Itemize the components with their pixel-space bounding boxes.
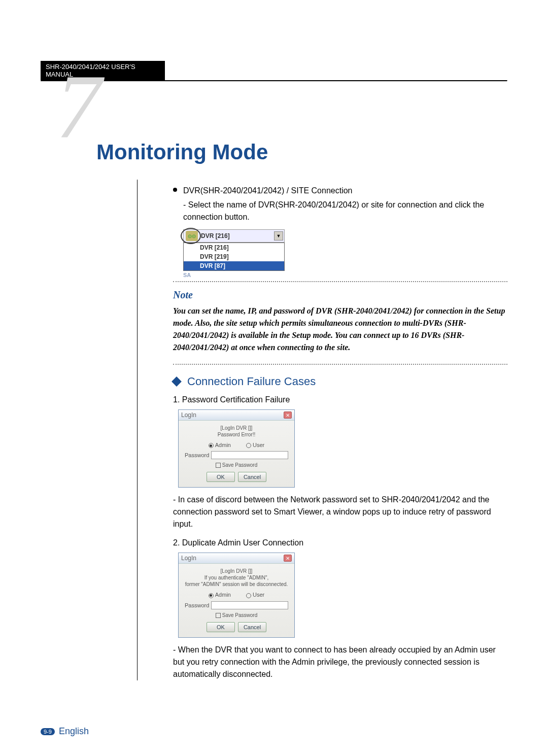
cancel-button[interactable]: Cancel xyxy=(238,472,266,482)
dialog-titlebar: LogIn ✕ xyxy=(179,553,294,564)
save-password-row[interactable]: Save Password xyxy=(185,462,288,468)
page-number-badge: 9-9 xyxy=(41,728,55,735)
page-footer: 9-9 English xyxy=(41,726,89,737)
ok-button[interactable]: OK xyxy=(207,472,235,482)
dialog-message: [LogIn DVR []] If you authenticate "ADMI… xyxy=(185,568,288,588)
password-label: Password xyxy=(185,602,209,608)
note-title: Note xyxy=(173,289,507,301)
radio-user[interactable]: User xyxy=(246,442,264,448)
login-dialog-duplicate-admin: LogIn ✕ [LogIn DVR []] If you authentica… xyxy=(178,553,295,637)
close-icon[interactable]: ✕ xyxy=(284,555,292,562)
checkbox-icon[interactable] xyxy=(216,463,221,468)
chapter-title: Monitoring Mode xyxy=(66,97,507,164)
header-rule xyxy=(41,80,507,82)
intro-bullet-row: DVR(SHR-2040/2041/2042) / SITE Connectio… xyxy=(173,185,507,197)
intro-bullet-text: DVR(SHR-2040/2041/2042) / SITE Connectio… xyxy=(183,185,353,197)
case1-heading: 1. Password Certification Failure xyxy=(173,395,507,404)
case2-heading: 2. Duplicate Admin User Connection xyxy=(173,538,507,547)
case1-description: - In case of discord between the Network… xyxy=(173,494,507,530)
dotted-rule xyxy=(173,364,507,365)
chapter-heading: 7 Monitoring Mode xyxy=(66,97,507,164)
radio-dot-icon xyxy=(209,593,214,598)
case2-description: - When the DVR that you want to connect … xyxy=(173,644,507,680)
section-heading-row: Connection Failure Cases xyxy=(173,375,507,388)
close-icon[interactable]: ✕ xyxy=(284,411,292,419)
diamond-icon xyxy=(172,376,182,387)
dropdown-item[interactable]: DVR [219] xyxy=(184,252,284,261)
save-password-row[interactable]: Save Password xyxy=(185,612,288,618)
dotted-rule xyxy=(173,281,507,282)
checkbox-icon[interactable] xyxy=(216,613,221,618)
dropdown-selected-label: DVR [216] xyxy=(198,232,274,239)
radio-dot-icon xyxy=(209,443,214,448)
radio-admin[interactable]: Admin xyxy=(209,442,231,448)
cancel-button[interactable]: Cancel xyxy=(238,622,266,632)
dialog-message: [LogIn DVR []] Password Error!! xyxy=(185,425,288,438)
highlight-circle-icon xyxy=(181,228,201,244)
ok-button[interactable]: OK xyxy=(207,622,235,632)
dialog-title: LogIn xyxy=(181,555,196,562)
dvr-dropdown: ⊙⊙ DVR [216] ▼ DVR [216] DVR [219] DVR [… xyxy=(183,229,285,271)
radio-dot-icon xyxy=(246,443,251,448)
section-title: Connection Failure Cases xyxy=(187,375,316,388)
note-body: You can set the name, IP, and password o… xyxy=(173,305,507,354)
login-dialog-password-error: LogIn ✕ [LogIn DVR []] Password Error!! … xyxy=(178,409,295,488)
password-field[interactable] xyxy=(211,451,288,459)
chevron-down-icon[interactable]: ▼ xyxy=(274,231,283,240)
content-column: DVR(SHR-2040/2041/2042) / SITE Connectio… xyxy=(137,180,507,680)
watermark-text: SA xyxy=(183,272,191,278)
dialog-titlebar: LogIn ✕ xyxy=(179,410,294,421)
dialog-title: LogIn xyxy=(181,411,196,419)
radio-user[interactable]: User xyxy=(246,592,264,598)
dropdown-selected-row[interactable]: ⊙⊙ DVR [216] ▼ xyxy=(183,229,285,243)
password-field[interactable] xyxy=(211,601,288,609)
password-label: Password xyxy=(185,452,209,458)
radio-dot-icon xyxy=(246,593,251,598)
intro-sub-text: - Select the name of DVR(SHR-2040/2041/2… xyxy=(183,199,507,223)
footer-language: English xyxy=(59,726,89,737)
dropdown-list: DVR [216] DVR [219] DVR [87] xyxy=(183,243,285,271)
radio-admin[interactable]: Admin xyxy=(209,592,231,598)
bullet-dot-icon xyxy=(173,188,177,192)
dropdown-item[interactable]: DVR [87] xyxy=(184,261,284,270)
dropdown-item[interactable]: DVR [216] xyxy=(184,243,284,252)
